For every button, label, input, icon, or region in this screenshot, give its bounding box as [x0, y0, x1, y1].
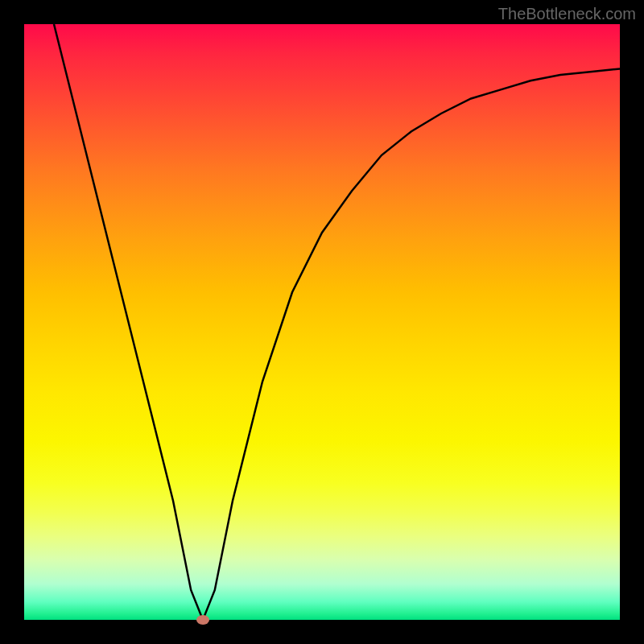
plot-area — [24, 24, 620, 620]
watermark-text: TheBottleneck.com — [498, 5, 636, 23]
chart-container: TheBottleneck.com — [0, 0, 644, 644]
data-curve — [24, 24, 620, 620]
minimum-marker — [196, 615, 209, 625]
